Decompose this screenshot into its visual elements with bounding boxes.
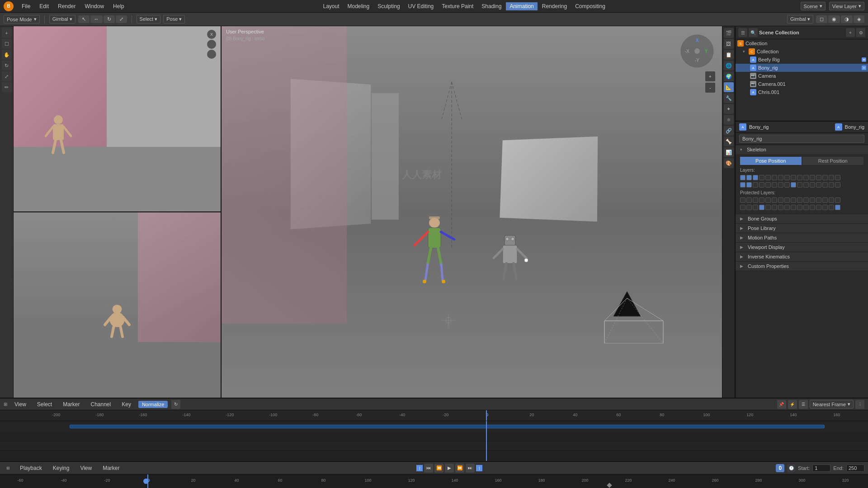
particles-props-icon[interactable]: ✦ xyxy=(724,104,734,114)
layer-dot-16[interactable] xyxy=(835,175,840,180)
prot-dot-2[interactable] xyxy=(746,197,752,203)
timeline-scrub-range[interactable] xyxy=(70,425,825,428)
layer-dot-20[interactable] xyxy=(759,182,764,188)
layer-dot-11[interactable] xyxy=(803,175,809,180)
layer-dot-3[interactable] xyxy=(753,175,758,180)
timeline-channel-menu[interactable]: Channel xyxy=(87,400,115,408)
pose-library-header[interactable]: ▶ Pose Library xyxy=(736,224,868,233)
custom-props-header[interactable]: ▶ Custom Properties xyxy=(736,262,868,271)
sync-icon[interactable]: ⚡ xyxy=(788,400,797,409)
tool-scale[interactable]: ⤢ xyxy=(116,15,127,23)
prot-dot-29[interactable] xyxy=(816,205,821,210)
layer-dot-28[interactable] xyxy=(810,182,815,188)
beefy-rig-vis-icon[interactable]: 👁 xyxy=(862,57,866,62)
render-props-icon[interactable]: 🎬 xyxy=(724,28,734,38)
prot-dot-19[interactable] xyxy=(753,205,758,210)
bony-rig-vis[interactable]: 👁 xyxy=(862,66,866,70)
viewport-display-header[interactable]: ▶ Viewport Display xyxy=(736,243,868,252)
layer-dot-19[interactable] xyxy=(753,182,758,188)
prot-dot-1[interactable] xyxy=(740,197,745,203)
pin-icon[interactable]: 📌 xyxy=(777,400,786,409)
layer-dot-21[interactable] xyxy=(765,182,771,188)
layer-dot-14[interactable] xyxy=(822,175,828,180)
normalize-settings[interactable]: ↻ xyxy=(171,400,180,409)
object-props-icon[interactable]: 📐 xyxy=(724,82,734,92)
layer-dot-22[interactable] xyxy=(772,182,777,188)
layer-dot-10[interactable] xyxy=(797,175,802,180)
tool-annotate[interactable]: ✏ xyxy=(2,82,12,92)
rp-settings-icon[interactable]: ⚙ xyxy=(856,28,865,37)
skeleton-header[interactable]: ▾ Skeleton xyxy=(736,145,868,154)
main-3d-viewport[interactable]: User Perspective (0) Bony_rig : torso X … xyxy=(222,26,722,398)
jump-start-btn[interactable]: ⏮ xyxy=(424,464,433,473)
prot-dot-10[interactable] xyxy=(797,197,802,203)
step-fwd-btn[interactable]: ⏩ xyxy=(455,464,464,473)
prot-dot-16[interactable] xyxy=(835,197,840,203)
ik-header[interactable]: ▶ Inverse Kinematics xyxy=(736,252,868,261)
prot-dot-12[interactable] xyxy=(810,197,815,203)
tool-rotate-3d[interactable]: ↻ xyxy=(2,61,12,70)
prot-dot-21[interactable] xyxy=(765,205,771,210)
bone-props-icon[interactable]: 🦴 xyxy=(724,136,734,146)
prot-dot-27[interactable] xyxy=(803,205,809,210)
mode-selector[interactable]: Pose Mode ▾ xyxy=(4,15,40,23)
timeline-track-playhead[interactable] xyxy=(486,421,487,461)
material-view[interactable]: ◑ xyxy=(841,15,853,23)
tool-select-box[interactable]: ☐ xyxy=(2,39,12,49)
timeline-marker-menu[interactable]: Marker xyxy=(59,400,83,408)
layer-dot-30[interactable] xyxy=(822,182,828,188)
prot-dot-17[interactable] xyxy=(740,205,745,210)
collection-camera[interactable]: 📷 Camera xyxy=(736,72,868,80)
menu-render[interactable]: Render xyxy=(54,2,79,10)
menu-edit[interactable]: Edit xyxy=(36,2,52,10)
playback-frame-marker[interactable] xyxy=(143,479,149,484)
collection-main[interactable]: ▾ C Collection xyxy=(736,47,868,56)
layer-dot-13[interactable] xyxy=(816,175,821,180)
prot-dot-32[interactable] xyxy=(835,205,840,210)
collection-scene[interactable]: S Collection xyxy=(736,39,868,47)
tab-rendering[interactable]: Rendering xyxy=(538,2,571,10)
prot-dot-13[interactable] xyxy=(816,197,821,203)
physics-props-icon[interactable]: ⚛ xyxy=(724,115,734,125)
play-btn[interactable]: ▶ xyxy=(445,464,454,473)
tool-rotate[interactable]: ↻ xyxy=(104,15,115,23)
prot-dot-20[interactable] xyxy=(759,205,764,210)
layer-dot-25[interactable] xyxy=(791,182,796,188)
prot-dot-4[interactable] xyxy=(759,197,764,203)
playback-label[interactable]: Playback xyxy=(16,464,46,472)
rp-search-icon[interactable]: 🔍 xyxy=(749,28,758,37)
layer-dot-27[interactable] xyxy=(803,182,809,188)
prot-dot-18[interactable] xyxy=(746,205,752,210)
layer-dot-32[interactable] xyxy=(835,182,840,188)
timeline-select-menu[interactable]: Select xyxy=(33,400,56,408)
start-frame-input[interactable]: 1 xyxy=(812,465,830,472)
prot-dot-11[interactable] xyxy=(803,197,809,203)
timeline-view-menu[interactable]: View xyxy=(11,400,30,408)
playback-ruler[interactable]: -60 -40 -20 0 20 40 60 80 100 120 140 16… xyxy=(0,474,868,488)
motion-paths-header[interactable]: ▶ Motion Paths xyxy=(736,233,868,242)
tab-modeling[interactable]: Modeling xyxy=(344,2,373,10)
layer-dot-9[interactable] xyxy=(791,175,796,180)
collection-bony-rig[interactable]: A Bony_rig 👁 xyxy=(736,64,868,72)
loop-start-marker[interactable]: | xyxy=(416,465,423,471)
active-object-dropdown[interactable]: Bony_rig xyxy=(739,135,864,143)
end-frame-input[interactable]: 250 xyxy=(846,465,864,472)
layer-dot-4[interactable] xyxy=(759,175,764,180)
tool-cursor[interactable]: + xyxy=(2,28,12,38)
scene-selector[interactable]: Scene ▾ xyxy=(801,2,826,10)
prot-dot-7[interactable] xyxy=(778,197,783,203)
layer-dot-2[interactable] xyxy=(746,175,752,180)
prot-dot-28[interactable] xyxy=(810,205,815,210)
zoom-in-btn[interactable]: + xyxy=(705,71,715,81)
prot-dot-23[interactable] xyxy=(778,205,783,210)
current-frame-box[interactable]: 0 xyxy=(776,464,784,472)
layer-dot-26[interactable] xyxy=(797,182,802,188)
layer-dot-17[interactable] xyxy=(740,182,745,188)
render-view[interactable]: ◈ xyxy=(854,15,864,23)
step-back-btn[interactable]: ⏪ xyxy=(434,464,443,473)
collection-chris001[interactable]: A Chris.001 xyxy=(736,88,868,96)
pose-mode-btn[interactable]: Pose ▾ xyxy=(163,15,185,23)
data-props-icon[interactable]: 📊 xyxy=(724,147,734,157)
world-props-icon[interactable]: 🌍 xyxy=(724,71,734,81)
output-props-icon[interactable]: 🖼 xyxy=(724,39,734,49)
